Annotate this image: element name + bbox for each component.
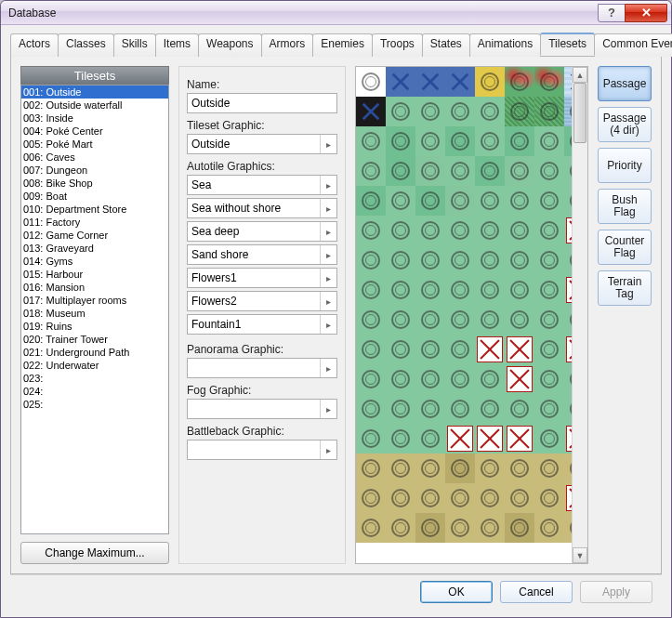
mode-button-bush-flag[interactable]: Bush Flag	[598, 189, 652, 224]
tile-cell[interactable]	[564, 424, 572, 454]
tile-cell[interactable]	[356, 454, 386, 483]
tile-cell[interactable]	[445, 454, 475, 483]
tile-cell[interactable]	[386, 67, 415, 97]
tile-cell[interactable]	[445, 186, 475, 216]
autotile-combo[interactable]: Fountain1▸	[187, 314, 337, 335]
scroll-up-button[interactable]: ▲	[573, 67, 587, 83]
tileset-graphic-combo[interactable]: Outside▸	[187, 134, 337, 154]
apply-button[interactable]: Apply	[580, 581, 652, 603]
tileset-list-item[interactable]: 011: Factory	[21, 216, 168, 229]
tab-states[interactable]: States	[422, 33, 470, 57]
tileset-list-item[interactable]: 025:	[21, 398, 168, 411]
tileset-list-item[interactable]: 021: Underground Path	[21, 346, 168, 359]
tile-cell[interactable]	[356, 97, 386, 126]
tile-grid[interactable]	[356, 67, 572, 563]
tile-cell[interactable]	[415, 364, 445, 394]
tab-tilesets[interactable]: Tilesets	[540, 33, 595, 56]
tile-cell[interactable]	[505, 513, 534, 543]
tileset-list-item[interactable]: 003: Inside	[21, 112, 168, 125]
tile-cell[interactable]	[386, 97, 415, 126]
tile-cell[interactable]	[386, 275, 415, 305]
tile-cell[interactable]	[386, 364, 415, 394]
tile-cell[interactable]	[475, 454, 505, 483]
tile-cell[interactable]	[534, 364, 564, 394]
battleback-combo[interactable]: ▸	[187, 440, 337, 460]
tileset-list-item[interactable]: 022: Underwater	[21, 359, 168, 372]
mode-button-terrain-tag[interactable]: Terrain Tag	[598, 270, 652, 306]
mode-button-passage[interactable]: Passage	[598, 66, 652, 101]
tile-cell[interactable]	[534, 335, 564, 364]
tile-cell[interactable]	[356, 216, 386, 245]
tile-cell[interactable]	[356, 424, 386, 454]
tile-cell[interactable]	[534, 394, 564, 424]
tile-cell[interactable]	[475, 394, 505, 424]
tile-cell[interactable]	[475, 364, 505, 394]
tile-cell[interactable]	[415, 67, 445, 97]
tile-cell[interactable]	[415, 513, 445, 543]
tile-cell[interactable]	[475, 483, 505, 513]
tab-enemies[interactable]: Enemies	[312, 33, 373, 57]
tile-cell[interactable]	[475, 216, 505, 245]
tile-cell[interactable]	[386, 394, 415, 424]
tile-cell[interactable]	[475, 335, 505, 364]
tab-armors[interactable]: Armors	[261, 33, 314, 57]
tab-weapons[interactable]: Weapons	[198, 33, 261, 57]
tile-cell[interactable]	[445, 513, 475, 543]
tile-cell[interactable]	[564, 97, 572, 126]
tile-cell[interactable]	[445, 97, 475, 126]
autotile-combo[interactable]: Sea deep▸	[187, 221, 337, 242]
tile-cell[interactable]	[534, 424, 564, 454]
tile-cell[interactable]	[564, 216, 572, 245]
tileset-list-item[interactable]: 015: Harbour	[21, 268, 168, 281]
tile-cell[interactable]	[505, 275, 534, 305]
tile-cell[interactable]	[415, 97, 445, 126]
tile-cell[interactable]	[475, 186, 505, 216]
tile-cell[interactable]	[534, 156, 564, 186]
tile-cell[interactable]	[505, 364, 534, 394]
tileset-list-item[interactable]: 024:	[21, 385, 168, 398]
tile-cell[interactable]	[564, 67, 572, 97]
tile-cell[interactable]	[534, 67, 564, 97]
autotile-combo[interactable]: Sea▸	[187, 175, 337, 195]
tab-classes[interactable]: Classes	[58, 33, 114, 57]
tileset-list-item[interactable]: 010: Department Store	[21, 203, 168, 216]
tile-cell[interactable]	[534, 216, 564, 245]
tile-cell[interactable]	[534, 483, 564, 513]
scroll-down-button[interactable]: ▼	[573, 547, 587, 563]
tile-cell[interactable]	[386, 335, 415, 364]
tile-cell[interactable]	[445, 483, 475, 513]
tile-cell[interactable]	[386, 186, 415, 216]
tile-cell[interactable]	[415, 394, 445, 424]
change-maximum-button[interactable]: Change Maximum...	[20, 542, 169, 564]
tile-cell[interactable]	[564, 245, 572, 275]
tab-items[interactable]: Items	[155, 33, 199, 57]
tileset-list-item[interactable]: 020: Trainer Tower	[21, 333, 168, 346]
tile-cell[interactable]	[564, 126, 572, 156]
autotile-combo[interactable]: Sea without shore▸	[187, 198, 337, 218]
tile-cell[interactable]	[475, 245, 505, 275]
tile-cell[interactable]	[564, 394, 572, 424]
tile-cell[interactable]	[415, 126, 445, 156]
tile-cell[interactable]	[386, 424, 415, 454]
tile-cell[interactable]	[505, 126, 534, 156]
tileset-list-item[interactable]: 004: Poké Center	[21, 125, 168, 138]
tile-cell[interactable]	[534, 275, 564, 305]
mode-button-priority[interactable]: Priority	[598, 148, 652, 183]
tileset-list-item[interactable]: 016: Mansion	[21, 281, 168, 294]
vertical-scrollbar[interactable]: ▲ ▼	[572, 67, 587, 563]
tile-cell[interactable]	[505, 216, 534, 245]
tileset-list-item[interactable]: 008: Bike Shop	[21, 177, 168, 190]
tile-cell[interactable]	[564, 275, 572, 305]
tile-cell[interactable]	[475, 513, 505, 543]
tile-cell[interactable]	[505, 186, 534, 216]
tab-common-events[interactable]: Common Events	[594, 33, 672, 57]
tile-cell[interactable]	[564, 305, 572, 335]
tileset-listbox[interactable]: 001: Outside002: Outside waterfall003: I…	[20, 85, 169, 534]
tile-cell[interactable]	[505, 335, 534, 364]
tileset-list-item[interactable]: 009: Boat	[21, 190, 168, 203]
tile-cell[interactable]	[445, 245, 475, 275]
tab-skills[interactable]: Skills	[113, 33, 156, 57]
tile-cell[interactable]	[415, 483, 445, 513]
tile-cell[interactable]	[445, 67, 475, 97]
autotile-combo[interactable]: Flowers1▸	[187, 268, 337, 288]
